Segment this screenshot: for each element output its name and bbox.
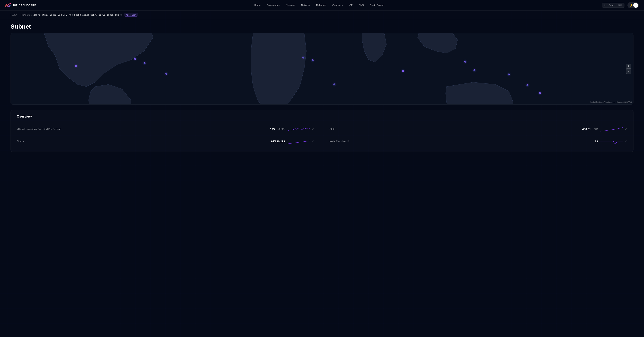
- search-shortcut: ⌘/: [618, 4, 622, 7]
- map-controls: + −: [626, 64, 631, 74]
- blocks-expand-icon[interactable]: ⤢: [312, 140, 314, 143]
- node-dot-6: [166, 73, 167, 75]
- metric-state-value: 450.81: [582, 128, 591, 131]
- map-container[interactable]: + − Leaflet | © OpenStreetMap contributo…: [10, 33, 634, 105]
- metric-miep-value: 125: [270, 128, 275, 131]
- node-dot-3: [75, 65, 77, 67]
- metric-blocks-label: Blocks: [17, 140, 24, 143]
- metric-state-value-area: 450.81 GiB ⤢: [582, 126, 627, 132]
- node-dot-5: [312, 60, 314, 61]
- nav-governance[interactable]: Governance: [264, 3, 282, 8]
- state-sparkline: [600, 126, 623, 132]
- node-dot-2: [144, 62, 146, 64]
- map-zoom-in[interactable]: +: [626, 64, 631, 69]
- nav-neurons[interactable]: Neurons: [283, 3, 298, 8]
- subnet-type-badge: Application: [124, 13, 138, 17]
- copy-icon[interactable]: ⧉: [120, 13, 122, 17]
- metric-miep-unit: MIEPs: [278, 128, 285, 131]
- metric-blocks-value-area: 81'830'293 ⤢: [271, 138, 314, 145]
- node-dot-10: [474, 69, 476, 71]
- theme-toggle[interactable]: 🌙 ☀: [628, 2, 639, 8]
- nodes-expand-icon[interactable]: ⤢: [625, 140, 627, 143]
- header-right: Search ⌘/ 🌙 ☀: [602, 2, 639, 8]
- nav-chain-fusion[interactable]: Chain Fusion: [367, 3, 387, 8]
- node-dot-11: [508, 74, 510, 75]
- search-label: Search: [608, 4, 616, 7]
- logo-area[interactable]: ICP DASHBOARD: [5, 2, 36, 8]
- breadcrumb-subnets[interactable]: Subnets: [21, 14, 30, 16]
- metric-nodes-label: Node Machines: [330, 140, 346, 143]
- breadcrumb-sep-1: /: [18, 14, 19, 16]
- metric-state-label: State: [330, 128, 335, 131]
- metric-blocks: Blocks 81'830'293 ⤢: [17, 135, 314, 147]
- search-icon: [604, 4, 607, 7]
- miep-expand-icon[interactable]: ⤢: [312, 128, 314, 131]
- state-expand-icon[interactable]: ⤢: [625, 128, 627, 131]
- overview-section: Overview Million Instructions Executed P…: [10, 110, 634, 152]
- node-dot-4: [302, 57, 304, 59]
- metric-nodes-value-area: 13 ⤢: [595, 138, 627, 145]
- metric-blocks-value: 81'830'293: [271, 140, 285, 143]
- toggle-light[interactable]: ☀: [633, 3, 638, 8]
- node-dot-12: [526, 84, 528, 86]
- node-dot-1: [134, 58, 136, 60]
- nav-releases[interactable]: Releases: [314, 3, 329, 8]
- node-dot-13: [539, 92, 541, 94]
- breadcrumb-subnet-id: 2fq7c-slacv-26cgz-vzbx2-2jrcs-5edph-i5s2…: [34, 14, 119, 16]
- toggle-dark[interactable]: 🌙: [628, 3, 633, 8]
- metric-miep-label: Million Instructions Executed Per Second: [17, 128, 61, 131]
- nav-icp[interactable]: ICP: [346, 3, 356, 8]
- blocks-sparkline: [287, 138, 310, 145]
- nav-network[interactable]: Network: [298, 3, 313, 8]
- nav-canisters[interactable]: Canisters: [330, 3, 345, 8]
- metric-miep: Million Instructions Executed Per Second…: [17, 123, 314, 135]
- page-content: Subnet: [0, 19, 644, 152]
- overview-grid: Million Instructions Executed Per Second…: [17, 123, 627, 147]
- breadcrumb-sep-2: /: [31, 14, 32, 16]
- breadcrumb: Home / Subnets / 2fq7c-slacv-26cgz-vzbx2…: [0, 11, 644, 19]
- logo-icon: [5, 2, 11, 8]
- node-dot-7: [334, 84, 335, 85]
- nodes-sparkline: [600, 138, 623, 145]
- metric-state-unit: GiB: [594, 128, 598, 131]
- overview-title: Overview: [17, 115, 627, 119]
- map-zoom-out[interactable]: −: [626, 69, 631, 74]
- node-dot-9: [464, 61, 466, 63]
- metric-node-machines: Node Machines ⧉ 13 ⤢: [330, 135, 627, 147]
- metric-miep-value-area: 125 MIEPs ⤢: [270, 126, 314, 132]
- node-dot-8: [402, 70, 404, 72]
- node-machines-external-link-icon[interactable]: ⧉: [348, 140, 349, 143]
- search-bar[interactable]: Search ⌘/: [602, 3, 624, 8]
- map-attribution: Leaflet | © OpenStreetMap contributors ©…: [590, 101, 632, 103]
- logo-text: ICP DASHBOARD: [13, 4, 36, 7]
- miep-sparkline: [287, 126, 310, 132]
- overview-col-left: Million Instructions Executed Per Second…: [17, 123, 322, 147]
- breadcrumb-home[interactable]: Home: [10, 14, 17, 16]
- nav-sns[interactable]: SNS: [356, 3, 366, 8]
- nav-home[interactable]: Home: [251, 3, 263, 8]
- svg-line-1: [606, 6, 606, 6]
- metric-nodes-value: 13: [595, 140, 598, 143]
- main-nav: Home Governance Neurons Network Releases…: [251, 3, 387, 8]
- page-title: Subnet: [10, 19, 634, 33]
- header: ICP DASHBOARD Home Governance Neurons Ne…: [0, 0, 644, 11]
- metric-state: State 450.81 GiB ⤢: [330, 123, 627, 135]
- overview-col-right: State 450.81 GiB ⤢ Node Machines: [322, 123, 627, 147]
